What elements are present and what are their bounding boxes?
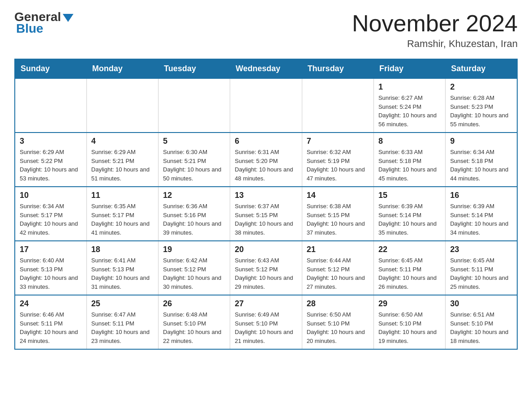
calendar-cell: 20Sunrise: 6:43 AMSunset: 5:12 PMDayligh… — [230, 241, 302, 295]
calendar-cell: 11Sunrise: 6:35 AMSunset: 5:17 PMDayligh… — [86, 187, 158, 241]
day-info: Sunrise: 6:47 AMSunset: 5:11 PMDaylight:… — [91, 310, 154, 345]
day-info: Sunrise: 6:49 AMSunset: 5:10 PMDaylight:… — [235, 310, 297, 345]
page-header: General Blue November 2024 Ramshir, Khuz… — [14, 11, 518, 50]
calendar-cell: 25Sunrise: 6:47 AMSunset: 5:11 PMDayligh… — [86, 295, 158, 349]
calendar-cell: 12Sunrise: 6:36 AMSunset: 5:16 PMDayligh… — [159, 187, 230, 241]
calendar-cell: 5Sunrise: 6:30 AMSunset: 5:21 PMDaylight… — [159, 133, 230, 187]
calendar-cell: 19Sunrise: 6:42 AMSunset: 5:12 PMDayligh… — [159, 241, 230, 295]
calendar-cell: 3Sunrise: 6:29 AMSunset: 5:22 PMDaylight… — [15, 133, 86, 187]
day-number: 7 — [307, 137, 369, 146]
day-info: Sunrise: 6:43 AMSunset: 5:12 PMDaylight:… — [235, 256, 297, 291]
calendar-cell: 28Sunrise: 6:50 AMSunset: 5:10 PMDayligh… — [302, 295, 373, 349]
day-info: Sunrise: 6:40 AMSunset: 5:13 PMDaylight:… — [20, 256, 82, 291]
day-info: Sunrise: 6:31 AMSunset: 5:20 PMDaylight:… — [235, 148, 297, 183]
calendar-cell: 14Sunrise: 6:38 AMSunset: 5:15 PMDayligh… — [302, 187, 373, 241]
weekday-header-wednesday: Wednesday — [230, 59, 302, 78]
day-info: Sunrise: 6:42 AMSunset: 5:12 PMDaylight:… — [163, 256, 225, 291]
day-info: Sunrise: 6:32 AMSunset: 5:19 PMDaylight:… — [307, 148, 369, 183]
day-info: Sunrise: 6:36 AMSunset: 5:16 PMDaylight:… — [163, 202, 225, 237]
day-number: 22 — [378, 245, 441, 254]
calendar-cell: 30Sunrise: 6:51 AMSunset: 5:10 PMDayligh… — [446, 295, 517, 349]
calendar-cell: 15Sunrise: 6:39 AMSunset: 5:14 PMDayligh… — [373, 187, 445, 241]
logo-blue-text: Blue — [14, 22, 73, 35]
calendar-cell: 2Sunrise: 6:28 AMSunset: 5:23 PMDaylight… — [446, 78, 517, 133]
calendar-table: SundayMondayTuesdayWednesdayThursdayFrid… — [14, 59, 518, 350]
calendar-cell — [86, 78, 158, 133]
day-info: Sunrise: 6:35 AMSunset: 5:17 PMDaylight:… — [91, 202, 154, 237]
weekday-header-row: SundayMondayTuesdayWednesdayThursdayFrid… — [15, 59, 517, 78]
day-info: Sunrise: 6:29 AMSunset: 5:22 PMDaylight:… — [20, 148, 82, 183]
day-number: 27 — [235, 299, 297, 308]
calendar-cell: 22Sunrise: 6:45 AMSunset: 5:11 PMDayligh… — [373, 241, 445, 295]
day-number: 6 — [235, 137, 297, 146]
logo-arrow-icon — [63, 14, 73, 22]
day-number: 24 — [20, 299, 82, 308]
day-info: Sunrise: 6:48 AMSunset: 5:10 PMDaylight:… — [163, 310, 225, 345]
day-info: Sunrise: 6:29 AMSunset: 5:21 PMDaylight:… — [91, 148, 154, 183]
day-info: Sunrise: 6:41 AMSunset: 5:13 PMDaylight:… — [91, 256, 154, 291]
day-info: Sunrise: 6:39 AMSunset: 5:14 PMDaylight:… — [378, 202, 441, 237]
calendar-cell: 27Sunrise: 6:49 AMSunset: 5:10 PMDayligh… — [230, 295, 302, 349]
day-info: Sunrise: 6:28 AMSunset: 5:23 PMDaylight:… — [450, 94, 512, 128]
day-number: 5 — [163, 137, 225, 146]
day-info: Sunrise: 6:45 AMSunset: 5:11 PMDaylight:… — [378, 256, 441, 291]
calendar-cell: 24Sunrise: 6:46 AMSunset: 5:11 PMDayligh… — [15, 295, 86, 349]
logo: General Blue — [14, 11, 73, 35]
day-info: Sunrise: 6:50 AMSunset: 5:10 PMDaylight:… — [378, 310, 441, 345]
day-number: 8 — [378, 137, 441, 146]
calendar-cell: 26Sunrise: 6:48 AMSunset: 5:10 PMDayligh… — [159, 295, 230, 349]
calendar-cell: 1Sunrise: 6:27 AMSunset: 5:24 PMDaylight… — [373, 78, 445, 133]
calendar-cell: 6Sunrise: 6:31 AMSunset: 5:20 PMDaylight… — [230, 133, 302, 187]
day-number: 26 — [163, 299, 225, 308]
day-number: 2 — [450, 82, 512, 92]
calendar-cell: 17Sunrise: 6:40 AMSunset: 5:13 PMDayligh… — [15, 241, 86, 295]
day-number: 21 — [307, 245, 369, 254]
calendar-cell: 10Sunrise: 6:34 AMSunset: 5:17 PMDayligh… — [15, 187, 86, 241]
day-number: 14 — [307, 191, 369, 200]
day-number: 28 — [307, 299, 369, 308]
calendar-cell — [230, 78, 302, 133]
day-number: 19 — [163, 245, 225, 254]
calendar-cell — [302, 78, 373, 133]
calendar-cell: 23Sunrise: 6:45 AMSunset: 5:11 PMDayligh… — [446, 241, 517, 295]
day-info: Sunrise: 6:50 AMSunset: 5:10 PMDaylight:… — [307, 310, 369, 345]
day-number: 20 — [235, 245, 297, 254]
calendar-cell: 18Sunrise: 6:41 AMSunset: 5:13 PMDayligh… — [86, 241, 158, 295]
day-number: 3 — [20, 137, 82, 146]
day-info: Sunrise: 6:39 AMSunset: 5:14 PMDaylight:… — [450, 202, 512, 237]
month-title: November 2024 — [352, 11, 518, 36]
weekday-header-sunday: Sunday — [15, 59, 86, 78]
day-info: Sunrise: 6:27 AMSunset: 5:24 PMDaylight:… — [378, 94, 441, 128]
day-info: Sunrise: 6:34 AMSunset: 5:18 PMDaylight:… — [450, 148, 512, 183]
day-number: 29 — [378, 299, 441, 308]
calendar-cell: 4Sunrise: 6:29 AMSunset: 5:21 PMDaylight… — [86, 133, 158, 187]
calendar-cell — [15, 78, 86, 133]
day-number: 25 — [91, 299, 154, 308]
day-info: Sunrise: 6:34 AMSunset: 5:17 PMDaylight:… — [20, 202, 82, 237]
calendar-week-row: 10Sunrise: 6:34 AMSunset: 5:17 PMDayligh… — [15, 187, 517, 241]
calendar-cell: 29Sunrise: 6:50 AMSunset: 5:10 PMDayligh… — [373, 295, 445, 349]
day-number: 11 — [91, 191, 154, 200]
day-number: 18 — [91, 245, 154, 254]
calendar-cell: 8Sunrise: 6:33 AMSunset: 5:18 PMDaylight… — [373, 133, 445, 187]
day-info: Sunrise: 6:44 AMSunset: 5:12 PMDaylight:… — [307, 256, 369, 291]
weekday-header-saturday: Saturday — [446, 59, 517, 78]
calendar-cell: 13Sunrise: 6:37 AMSunset: 5:15 PMDayligh… — [230, 187, 302, 241]
calendar-cell: 9Sunrise: 6:34 AMSunset: 5:18 PMDaylight… — [446, 133, 517, 187]
day-number: 30 — [450, 299, 512, 308]
day-info: Sunrise: 6:30 AMSunset: 5:21 PMDaylight:… — [163, 148, 225, 183]
day-info: Sunrise: 6:45 AMSunset: 5:11 PMDaylight:… — [450, 256, 512, 291]
day-number: 4 — [91, 137, 154, 146]
day-info: Sunrise: 6:46 AMSunset: 5:11 PMDaylight:… — [20, 310, 82, 345]
calendar-week-row: 3Sunrise: 6:29 AMSunset: 5:22 PMDaylight… — [15, 133, 517, 187]
calendar-cell: 21Sunrise: 6:44 AMSunset: 5:12 PMDayligh… — [302, 241, 373, 295]
day-number: 13 — [235, 191, 297, 200]
calendar-cell: 16Sunrise: 6:39 AMSunset: 5:14 PMDayligh… — [446, 187, 517, 241]
calendar-cell: 7Sunrise: 6:32 AMSunset: 5:19 PMDaylight… — [302, 133, 373, 187]
calendar-week-row: 17Sunrise: 6:40 AMSunset: 5:13 PMDayligh… — [15, 241, 517, 295]
day-number: 23 — [450, 245, 512, 254]
weekday-header-tuesday: Tuesday — [159, 59, 230, 78]
day-number: 16 — [450, 191, 512, 200]
day-number: 15 — [378, 191, 441, 200]
location-subtitle: Ramshir, Khuzestan, Iran — [352, 38, 518, 50]
